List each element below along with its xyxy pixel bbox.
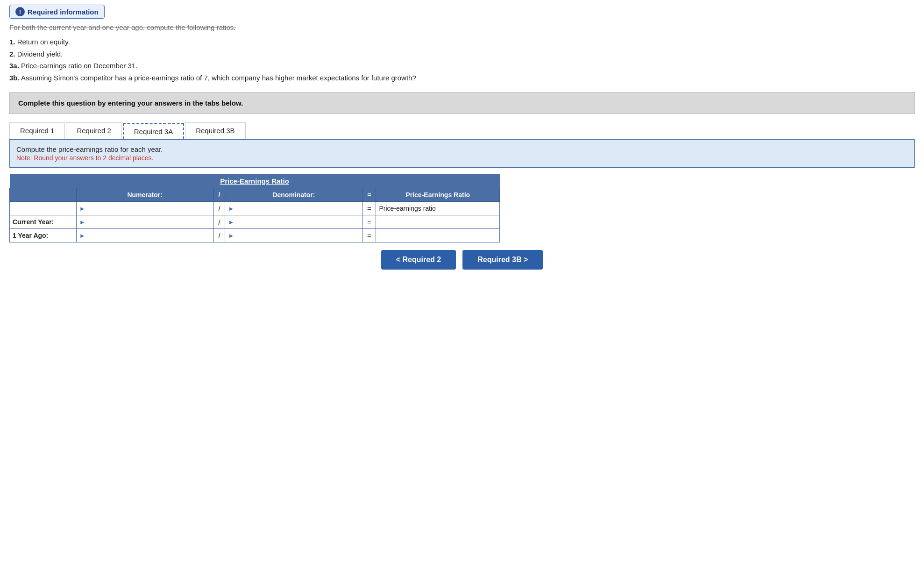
row-0-numerator-arrow: ► bbox=[79, 205, 85, 212]
row-1yr-numerator-input[interactable] bbox=[86, 231, 211, 240]
row-current-denominator-cell[interactable]: ► bbox=[225, 215, 362, 229]
header-equals: = bbox=[362, 188, 376, 202]
table-row-1-year-ago: 1 Year Ago: ► / ► = bbox=[10, 229, 500, 242]
tabs-container: Required 1 Required 2 Required 3A Requir… bbox=[9, 122, 915, 140]
row-0-slash: / bbox=[213, 202, 225, 215]
info-icon: ! bbox=[15, 7, 25, 16]
row-1yr-numerator-cell[interactable]: ► bbox=[76, 229, 213, 242]
instruction-3b: 3b. Assuming Simon's competitor has a pr… bbox=[9, 72, 915, 84]
row-current-result-input[interactable] bbox=[379, 218, 497, 226]
price-earnings-table: Price-Earnings Ratio Numerator: / Denomi… bbox=[9, 174, 500, 242]
header-slash: / bbox=[213, 188, 225, 202]
required-info-badge: ! Required information bbox=[9, 5, 105, 19]
tab-required-3b[interactable]: Required 3B bbox=[185, 122, 245, 139]
row-1yr-result-input[interactable] bbox=[379, 232, 497, 239]
header-numerator: Numerator: bbox=[76, 188, 213, 202]
tab-note-text: Note: Round your answers to 2 decimal pl… bbox=[16, 154, 908, 162]
nav-required-3b-button[interactable]: Required 3B > bbox=[462, 250, 543, 270]
table-title-row: Price-Earnings Ratio bbox=[10, 174, 500, 188]
table-row-0: ► / ► = Price-earnings ratio bbox=[10, 202, 500, 215]
nav-required-2-button[interactable]: < Required 2 bbox=[381, 250, 456, 270]
row-0-equals: = bbox=[362, 202, 376, 215]
row-0-result: Price-earnings ratio bbox=[376, 202, 500, 215]
instruction-1: 1. Return on equity. bbox=[9, 36, 915, 48]
nav-buttons: < Required 2 Required 3B > bbox=[9, 250, 915, 270]
table-title: Price-Earnings Ratio bbox=[10, 174, 500, 188]
row-1yr-numerator-arrow: ► bbox=[79, 232, 85, 239]
row-1yr-denominator-arrow: ► bbox=[228, 232, 234, 239]
table-header-row: Numerator: / Denominator: = Price-Earnin… bbox=[10, 188, 500, 202]
instructions: 1. Return on equity. 2. Dividend yield. … bbox=[9, 36, 915, 84]
tab-content-area: Compute the price-earnings ratio for eac… bbox=[9, 140, 915, 168]
intro-text: For both the current year and one year a… bbox=[9, 23, 915, 31]
instruction-2: 2. Dividend yield. bbox=[9, 48, 915, 60]
complete-box: Complete this question by entering your … bbox=[9, 92, 915, 114]
header-label-col bbox=[10, 188, 77, 202]
row-current-label: Current Year: bbox=[10, 215, 77, 229]
table-row-current-year: Current Year: ► / ► = bbox=[10, 215, 500, 229]
row-0-denominator-input[interactable] bbox=[235, 204, 359, 213]
row-1yr-label: 1 Year Ago: bbox=[10, 229, 77, 242]
row-current-equals: = bbox=[362, 215, 376, 229]
badge-label: Required information bbox=[28, 8, 99, 16]
row-current-result[interactable] bbox=[376, 215, 500, 229]
row-1yr-denominator-input[interactable] bbox=[235, 231, 359, 240]
row-1yr-denominator-cell[interactable]: ► bbox=[225, 229, 362, 242]
row-1yr-result[interactable] bbox=[376, 229, 500, 242]
row-current-numerator-arrow: ► bbox=[79, 219, 85, 226]
header-denominator: Denominator: bbox=[225, 188, 362, 202]
row-0-numerator-cell[interactable]: ► bbox=[76, 202, 213, 215]
row-current-denominator-input[interactable] bbox=[235, 218, 359, 226]
row-0-numerator-input[interactable] bbox=[86, 204, 211, 213]
row-0-denominator-cell[interactable]: ► bbox=[225, 202, 362, 215]
row-1yr-slash: / bbox=[213, 229, 225, 242]
tab-required-3a[interactable]: Required 3A bbox=[123, 123, 184, 139]
row-current-numerator-input[interactable] bbox=[86, 218, 211, 226]
row-0-denominator-arrow: ► bbox=[228, 205, 234, 212]
tab-required-1[interactable]: Required 1 bbox=[9, 122, 65, 139]
row-1yr-equals: = bbox=[362, 229, 376, 242]
instruction-3a: 3a. Price-earnings ratio on December 31. bbox=[9, 60, 915, 72]
price-earnings-table-wrapper: Price-Earnings Ratio Numerator: / Denomi… bbox=[9, 174, 915, 242]
row-current-slash: / bbox=[213, 215, 225, 229]
header-result: Price-Earnings Ratio bbox=[376, 188, 500, 202]
row-0-label bbox=[10, 202, 77, 215]
tab-required-2[interactable]: Required 2 bbox=[66, 122, 121, 139]
row-current-numerator-cell[interactable]: ► bbox=[76, 215, 213, 229]
row-current-denominator-arrow: ► bbox=[228, 219, 234, 226]
tab-main-text: Compute the price-earnings ratio for eac… bbox=[16, 145, 908, 153]
